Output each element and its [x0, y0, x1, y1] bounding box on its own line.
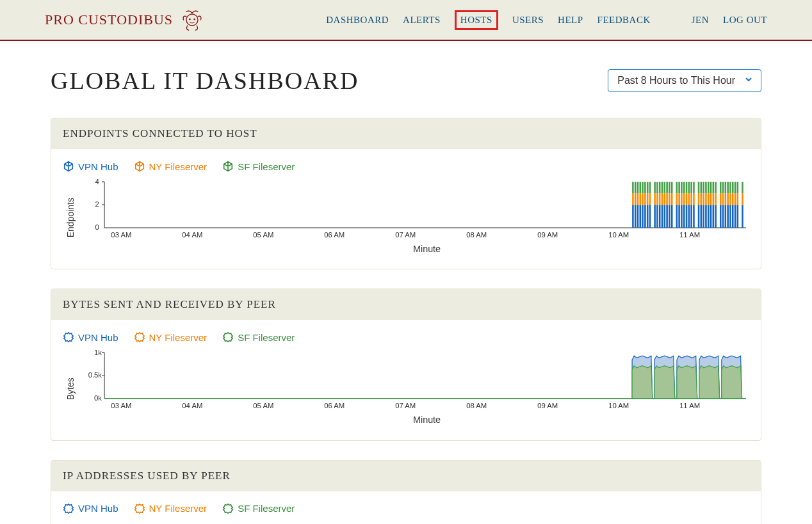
svg-rect-26: [637, 193, 639, 205]
badge-icon: [222, 503, 234, 514]
svg-rect-109: [713, 205, 715, 228]
svg-rect-41: [649, 193, 651, 205]
nav-logout[interactable]: LOG OUT: [723, 15, 767, 26]
legend-item-sf-fileserver[interactable]: SF Fileserver: [222, 161, 295, 172]
legend-item-ny-fileserver[interactable]: NY Fileserver: [134, 161, 207, 172]
svg-rect-34: [644, 205, 646, 228]
svg-rect-53: [662, 193, 663, 205]
svg-rect-65: [671, 193, 673, 205]
svg-rect-27: [637, 182, 639, 193]
svg-rect-110: [713, 193, 715, 205]
svg-rect-19: [632, 205, 634, 228]
svg-text:05 AM: 05 AM: [253, 402, 273, 410]
legend-item-vpn-hub[interactable]: VPN Hub: [63, 161, 118, 172]
svg-rect-72: [678, 182, 680, 193]
nav-help[interactable]: HELP: [558, 15, 583, 26]
legend-item-ny-fileserver[interactable]: NY Fileserver: [134, 331, 207, 343]
svg-rect-29: [640, 193, 642, 205]
svg-rect-103: [708, 205, 710, 228]
nav-hosts[interactable]: HOSTS: [455, 10, 498, 30]
svg-rect-82: [688, 205, 690, 228]
panel-title: ENDPOINTS CONNECTED TO HOST: [63, 127, 749, 140]
svg-rect-57: [664, 182, 666, 193]
time-range-select[interactable]: Past 8 Hours to This Hour: [608, 69, 761, 92]
svg-text:0k: 0k: [94, 394, 102, 402]
legend-label: VPN Hub: [78, 332, 118, 343]
panel-endpoints: ENDPOINTS CONNECTED TO HOST VPN Hub NY F…: [51, 118, 761, 269]
svg-rect-20: [632, 193, 634, 205]
svg-text:2: 2: [95, 200, 99, 208]
svg-text:07 AM: 07 AM: [395, 231, 416, 239]
svg-rect-107: [710, 193, 712, 205]
chart-wrap: Bytes 1k 0.5k 0k 03 AM 04 AM 05 AM 06 AM: [63, 349, 749, 428]
svg-rect-32: [642, 193, 644, 205]
svg-rect-136: [737, 205, 739, 228]
nav-feedback[interactable]: FEEDBACK: [597, 15, 651, 26]
brand[interactable]: PRO CUSTODIBUS: [45, 8, 204, 31]
svg-rect-121: [725, 205, 727, 228]
svg-text:08 AM: 08 AM: [466, 402, 487, 410]
svg-text:0.5k: 0.5k: [88, 371, 102, 379]
svg-text:06 AM: 06 AM: [324, 231, 345, 239]
svg-rect-33: [642, 182, 644, 193]
legend-item-sf-fileserver[interactable]: SF Fileserver: [222, 331, 295, 343]
panel-bytes: BYTES SENT AND RECEIVED BY PEER VPN Hub …: [51, 289, 761, 440]
svg-text:03 AM: 03 AM: [111, 231, 131, 239]
svg-rect-129: [729, 182, 731, 193]
svg-text:11 AM: 11 AM: [679, 231, 700, 239]
legend-item-vpn-hub[interactable]: VPN Hub: [63, 503, 118, 514]
legend-item-vpn-hub[interactable]: VPN Hub: [63, 331, 118, 343]
svg-rect-85: [690, 205, 692, 228]
svg-rect-86: [690, 193, 692, 205]
svg-rect-60: [666, 182, 668, 193]
svg-rect-69: [676, 182, 678, 193]
svg-rect-90: [693, 182, 695, 193]
svg-rect-63: [669, 182, 670, 193]
nav-current-user[interactable]: JEN: [692, 15, 709, 26]
svg-rect-128: [729, 193, 731, 205]
svg-rect-115: [720, 205, 722, 228]
chart-legend: VPN Hub NY Fileserver SF Fileserver: [63, 331, 749, 343]
legend-label: NY Fileserver: [149, 332, 207, 343]
legend-item-ny-fileserver[interactable]: NY Fileserver: [134, 503, 207, 514]
brand-text: PRO CUSTODIBUS: [45, 12, 173, 28]
svg-rect-135: [735, 182, 736, 193]
legend-item-sf-fileserver[interactable]: SF Fileserver: [222, 503, 295, 514]
cube-icon: [222, 161, 234, 172]
svg-rect-24: [635, 182, 637, 193]
svg-rect-83: [688, 193, 690, 205]
svg-rect-39: [647, 182, 649, 193]
svg-rect-44: [654, 193, 656, 205]
svg-rect-99: [702, 182, 704, 193]
svg-rect-38: [647, 193, 649, 205]
badge-icon: [222, 331, 234, 343]
panel-header: BYTES SENT AND RECEIVED BY PEER: [51, 289, 761, 320]
svg-rect-126: [727, 182, 729, 193]
cube-icon: [63, 161, 74, 172]
svg-rect-88: [693, 205, 695, 228]
svg-text:05 AM: 05 AM: [253, 231, 273, 239]
svg-text:07 AM: 07 AM: [395, 402, 416, 410]
bytes-chart: 1k 0.5k 0k 03 AM 04 AM 05 AM 06 AM 07 AM…: [78, 349, 749, 428]
panel-body: VPN Hub NY Fileserver SF Fileserver Byte…: [51, 320, 761, 440]
svg-rect-118: [722, 205, 724, 228]
svg-rect-55: [664, 205, 666, 228]
nav-users[interactable]: USERS: [512, 15, 544, 26]
svg-point-1: [189, 19, 191, 20]
primary-nav: DASHBOARD ALERTS HOSTS USERS HELP FEEDBA…: [326, 10, 767, 30]
svg-rect-91: [698, 205, 700, 228]
svg-rect-23: [635, 193, 637, 205]
svg-text:04 AM: 04 AM: [182, 231, 202, 239]
legend-label: VPN Hub: [78, 161, 118, 172]
svg-rect-141: [742, 182, 743, 193]
svg-rect-54: [662, 182, 663, 193]
legend-label: NY Fileserver: [149, 161, 207, 172]
page-title: GLOBAL IT DASHBOARD: [51, 67, 359, 95]
nav-alerts[interactable]: ALERTS: [403, 15, 441, 26]
panel-header: ENDPOINTS CONNECTED TO HOST: [51, 118, 761, 149]
nav-dashboard[interactable]: DASHBOARD: [326, 15, 389, 26]
badge-icon: [134, 503, 145, 514]
svg-rect-93: [698, 182, 700, 193]
svg-rect-87: [690, 182, 692, 193]
svg-text:11 AM: 11 AM: [679, 402, 700, 410]
